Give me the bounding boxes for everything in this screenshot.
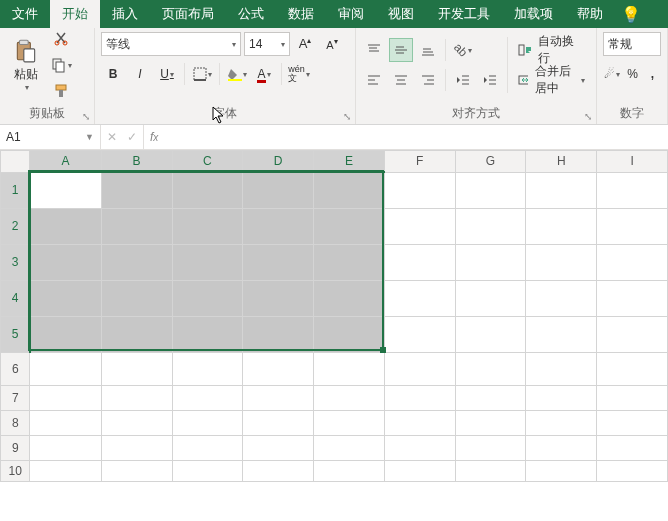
cell[interactable] (172, 435, 243, 460)
cell[interactable] (526, 385, 597, 410)
cell[interactable] (101, 244, 172, 280)
cell[interactable] (384, 352, 455, 385)
align-middle-button[interactable] (389, 38, 413, 62)
row-header[interactable]: 6 (1, 352, 30, 385)
merge-center-button[interactable]: 合并后居中▾ (513, 68, 590, 92)
cell[interactable] (243, 385, 314, 410)
cell[interactable] (30, 316, 101, 352)
cell[interactable] (101, 172, 172, 208)
cell[interactable] (101, 352, 172, 385)
row-header[interactable]: 2 (1, 208, 30, 244)
cell[interactable] (172, 244, 243, 280)
align-center-button[interactable] (389, 68, 413, 92)
cell[interactable] (314, 460, 385, 481)
cell[interactable] (597, 352, 668, 385)
tab-帮助[interactable]: 帮助 (565, 0, 615, 28)
cell[interactable] (101, 460, 172, 481)
cell[interactable] (384, 172, 455, 208)
cell[interactable] (455, 410, 526, 435)
cell[interactable] (597, 435, 668, 460)
cell[interactable] (526, 208, 597, 244)
row-header[interactable]: 10 (1, 460, 30, 481)
cell[interactable] (526, 435, 597, 460)
fx-icon[interactable]: fx (144, 125, 164, 149)
cell[interactable] (243, 410, 314, 435)
cell[interactable] (172, 460, 243, 481)
align-left-button[interactable] (362, 68, 386, 92)
cell[interactable] (172, 410, 243, 435)
italic-button[interactable]: I (128, 62, 152, 86)
cell[interactable] (101, 435, 172, 460)
row-header[interactable]: 5 (1, 316, 30, 352)
col-header[interactable]: A (30, 151, 101, 173)
paste-button[interactable]: 粘贴 ▾ (6, 32, 46, 98)
worksheet-grid[interactable]: ABCDEFGHI12345678910 (0, 150, 668, 521)
row-header[interactable]: 3 (1, 244, 30, 280)
cell[interactable] (30, 244, 101, 280)
col-header[interactable]: B (101, 151, 172, 173)
cell[interactable] (172, 208, 243, 244)
comma-button[interactable]: , (644, 62, 661, 86)
wrap-text-button[interactable]: 自动换行 (513, 38, 590, 62)
cell[interactable] (526, 410, 597, 435)
col-header[interactable]: E (314, 151, 385, 173)
cell[interactable] (243, 172, 314, 208)
cell[interactable] (597, 460, 668, 481)
cell[interactable] (384, 280, 455, 316)
cell[interactable] (526, 172, 597, 208)
cell[interactable] (243, 244, 314, 280)
font-name-combo[interactable]: 等线▾ (101, 32, 241, 56)
cell[interactable] (597, 385, 668, 410)
cell[interactable] (455, 385, 526, 410)
cell[interactable] (384, 316, 455, 352)
dialog-launcher-icon[interactable]: ⤡ (584, 111, 592, 122)
tab-加载项[interactable]: 加载项 (502, 0, 565, 28)
cell[interactable] (526, 280, 597, 316)
align-right-button[interactable] (416, 68, 440, 92)
col-header[interactable]: C (172, 151, 243, 173)
cell[interactable] (101, 208, 172, 244)
cut-button[interactable] (49, 27, 73, 51)
cell[interactable] (172, 172, 243, 208)
col-header[interactable]: H (526, 151, 597, 173)
tab-公式[interactable]: 公式 (226, 0, 276, 28)
tab-审阅[interactable]: 审阅 (326, 0, 376, 28)
tab-开发工具[interactable]: 开发工具 (426, 0, 502, 28)
cell[interactable] (243, 352, 314, 385)
cell[interactable] (455, 172, 526, 208)
col-header[interactable]: D (243, 151, 314, 173)
col-header[interactable]: G (455, 151, 526, 173)
tab-开始[interactable]: 开始 (50, 0, 100, 28)
cell[interactable] (243, 460, 314, 481)
row-header[interactable]: 8 (1, 410, 30, 435)
cell[interactable] (384, 244, 455, 280)
select-all-corner[interactable] (1, 151, 30, 173)
cell[interactable] (455, 435, 526, 460)
row-header[interactable]: 1 (1, 172, 30, 208)
cell[interactable] (314, 385, 385, 410)
cell[interactable] (597, 208, 668, 244)
cell[interactable] (172, 280, 243, 316)
cell[interactable] (384, 410, 455, 435)
cell[interactable] (30, 460, 101, 481)
cell[interactable] (30, 385, 101, 410)
cell[interactable] (314, 208, 385, 244)
cell[interactable] (30, 410, 101, 435)
cell[interactable] (597, 410, 668, 435)
increase-indent-button[interactable] (478, 68, 502, 92)
bold-button[interactable]: B (101, 62, 125, 86)
phonetic-button[interactable]: wén文▾ (287, 62, 311, 86)
formula-input[interactable] (164, 125, 668, 149)
format-painter-button[interactable] (49, 79, 73, 103)
cell[interactable] (455, 460, 526, 481)
cell[interactable] (30, 280, 101, 316)
border-button[interactable]: ▾ (190, 62, 214, 86)
cell[interactable] (243, 208, 314, 244)
orientation-button[interactable]: ab▾ (451, 38, 475, 62)
cell[interactable] (30, 172, 101, 208)
increase-font-button[interactable]: A▴ (293, 32, 317, 56)
cell[interactable] (314, 435, 385, 460)
cell[interactable] (526, 460, 597, 481)
cell[interactable] (526, 244, 597, 280)
cell[interactable] (314, 316, 385, 352)
